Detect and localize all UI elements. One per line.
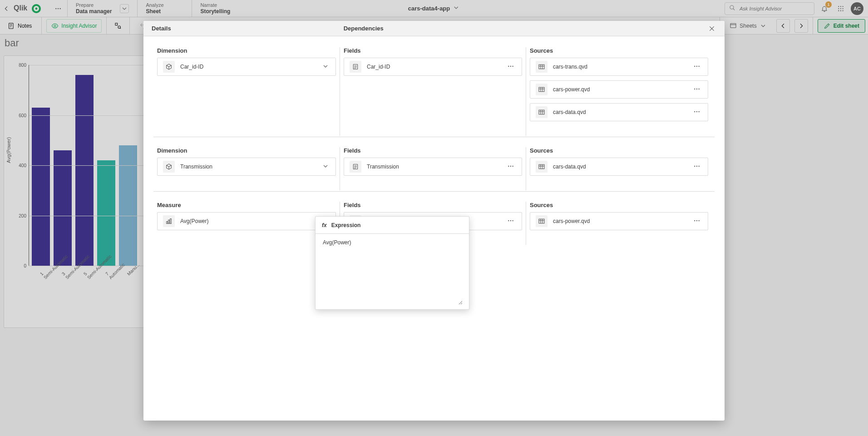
dependency-label-fields: Fields [344,47,522,54]
svg-point-30 [508,65,509,66]
expression-popover-header: fx Expression [316,217,469,234]
dependency-label-dimension: Dimension [157,47,336,54]
more-horizontal-icon [507,63,514,70]
dimension-card[interactable]: Transmission [157,158,336,176]
modal-close-button[interactable] [707,24,716,33]
svg-rect-61 [539,164,544,168]
expression-popover-body [316,234,469,309]
svg-point-53 [699,111,700,112]
dependency-fields-column: Fields Car_id-ID [340,47,526,136]
field-card-label: Transmission [367,164,500,170]
chevron-down-icon [322,63,329,70]
svg-point-51 [694,111,695,112]
svg-point-77 [513,220,513,221]
source-card-more[interactable] [691,216,702,227]
more-horizontal-icon [693,63,700,70]
source-card-more[interactable] [691,162,702,172]
more-horizontal-icon [693,85,700,93]
svg-rect-33 [539,64,544,69]
dependency-sources-column: Sources cars-data.qvd [526,147,712,190]
close-icon [708,25,715,32]
more-horizontal-icon [507,217,514,224]
source-card[interactable]: cars-power.qvd [530,80,708,99]
modal-overlay[interactable]: Details Dependencies Dimension Car_id-ID [0,0,868,436]
svg-point-45 [696,88,697,89]
svg-rect-78 [539,219,544,223]
field-card[interactable]: Car_id-ID [344,58,522,76]
svg-point-38 [696,65,697,66]
svg-rect-40 [539,87,544,91]
dependency-row: Dimension Car_id-ID Fields [153,47,715,136]
modal-title-dependencies: Dependencies [344,25,384,32]
fx-icon: fx [322,222,327,228]
field-icon [350,61,361,73]
dimension-card-label: Car_id-ID [180,64,316,70]
svg-point-59 [510,165,511,166]
svg-point-67 [699,165,700,166]
field-card-more[interactable] [505,216,516,227]
source-card[interactable]: cars-data.qvd [530,103,708,121]
field-card[interactable]: Transmission [344,158,522,176]
dimension-card-label: Transmission [180,164,316,170]
source-card-label: cars-power.qvd [553,86,686,93]
svg-point-75 [508,220,509,221]
cube-icon [163,61,175,73]
more-horizontal-icon [693,108,700,115]
dependency-dimension-column: Dimension Car_id-ID [153,47,340,136]
expression-textarea[interactable] [322,238,463,305]
source-card-more[interactable] [691,84,702,95]
svg-point-76 [510,220,511,221]
svg-point-44 [694,88,695,89]
dependency-fields-column: Fields Transmission [340,147,526,190]
row-divider [153,191,715,192]
dependency-measure-column: Measure Avg(Power) [153,202,340,245]
field-card-label: Car_id-ID [367,64,500,70]
more-horizontal-icon [507,163,514,170]
svg-point-82 [694,220,695,221]
modal-body: Dimension Car_id-ID Fields [143,36,725,421]
dependency-row: Dimension Transmission Fields Transmissi… [153,147,715,190]
measure-card-label: Avg(Power) [180,218,316,224]
svg-point-58 [508,165,509,166]
field-card-more[interactable] [505,162,516,172]
dependency-label-sources: Sources [530,47,708,54]
svg-rect-70 [170,219,172,224]
svg-point-52 [696,111,697,112]
table-icon [536,161,547,173]
source-card-more[interactable] [691,62,702,72]
field-icon [350,161,361,173]
source-card[interactable]: cars-data.qvd [530,158,708,176]
table-icon [536,84,547,95]
expression-popover-title: Expression [331,222,361,228]
svg-point-32 [513,65,513,66]
source-card[interactable]: cars-trans.qvd [530,58,708,76]
dimension-card[interactable]: Car_id-ID [157,58,336,76]
measure-card[interactable]: Avg(Power) [157,212,336,230]
svg-point-60 [513,165,513,166]
source-card-label: cars-power.qvd [553,218,686,224]
expression-popover: fx Expression [315,216,469,310]
dimension-expand-toggle[interactable] [321,162,330,172]
dimension-expand-toggle[interactable] [321,62,330,72]
chevron-down-icon [322,163,329,170]
dependency-row: Measure Avg(Power) Fields Power [153,202,715,245]
svg-rect-47 [539,110,544,114]
dependency-label-fields: Fields [344,147,522,154]
row-divider [153,137,715,137]
svg-point-37 [694,65,695,66]
dependency-sources-column: Sources cars-power.qvd [526,202,712,245]
modal-title-details: Details [152,25,171,32]
source-card-more[interactable] [691,107,702,118]
field-card-more[interactable] [505,62,516,72]
dependency-sources-column: Sources cars-trans.qvd cars-power.qvd ca… [526,47,712,136]
details-modal: Details Dependencies Dimension Car_id-ID [143,21,725,421]
cube-icon [163,161,175,173]
svg-point-39 [699,65,700,66]
dependency-label-sources: Sources [530,147,708,154]
dependency-label-measure: Measure [157,202,336,208]
more-horizontal-icon [693,163,700,170]
svg-point-66 [696,165,697,166]
source-card[interactable]: cars-power.qvd [530,212,708,230]
modal-header: Details Dependencies [143,21,725,36]
table-icon [536,61,547,73]
